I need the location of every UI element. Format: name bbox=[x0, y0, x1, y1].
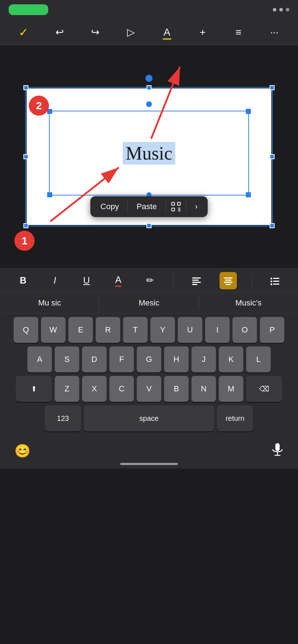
key-return[interactable]: return bbox=[217, 405, 253, 431]
badge-2: 2 bbox=[29, 96, 49, 116]
key-u[interactable]: U bbox=[178, 317, 202, 343]
svg-rect-4 bbox=[172, 202, 175, 205]
key-n[interactable]: N bbox=[191, 376, 216, 402]
keyboard-row-4: 123 space return bbox=[2, 405, 296, 431]
align-center-button[interactable] bbox=[220, 272, 237, 289]
list-button[interactable] bbox=[266, 272, 284, 289]
key-shift[interactable]: ⬆ bbox=[16, 376, 52, 402]
svg-rect-15 bbox=[225, 280, 231, 281]
handle-middle-left[interactable] bbox=[23, 154, 28, 159]
key-i[interactable]: I bbox=[205, 317, 230, 343]
handle-top-left[interactable] bbox=[23, 85, 28, 90]
scan-button[interactable] bbox=[167, 198, 185, 215]
bold-button[interactable]: B bbox=[14, 272, 32, 289]
text-format-button[interactable]: A bbox=[158, 23, 176, 42]
play-button[interactable]: ▷ bbox=[122, 23, 140, 42]
key-q[interactable]: Q bbox=[14, 317, 38, 343]
handle-bottom-right[interactable] bbox=[270, 223, 275, 228]
key-g[interactable]: G bbox=[137, 346, 161, 372]
text-underline-bar bbox=[163, 38, 171, 40]
key-r[interactable]: R bbox=[96, 317, 120, 343]
key-k[interactable]: K bbox=[219, 346, 243, 372]
key-d[interactable]: D bbox=[82, 346, 107, 372]
slide[interactable]: Music Double tap to add subtitle Copy Pa… bbox=[27, 88, 271, 225]
add-button[interactable]: + bbox=[193, 23, 212, 42]
more-context-button[interactable]: › bbox=[187, 198, 206, 215]
align-center-icon bbox=[223, 276, 233, 286]
handle-bottom-middle[interactable] bbox=[146, 223, 152, 228]
svg-point-20 bbox=[270, 280, 272, 282]
svg-rect-14 bbox=[224, 277, 232, 279]
mic-button[interactable] bbox=[271, 442, 284, 460]
svg-rect-23 bbox=[273, 284, 279, 285]
key-w[interactable]: W bbox=[41, 317, 66, 343]
text-handle-top-right[interactable] bbox=[246, 109, 251, 114]
text-color-icon: A bbox=[115, 274, 121, 287]
keyboard: Q W E R T Y U I O P A S D F G H J K L ⬆ … bbox=[0, 313, 298, 437]
text-box[interactable]: Music bbox=[49, 111, 249, 196]
key-h[interactable]: H bbox=[164, 346, 189, 372]
key-z[interactable]: Z bbox=[55, 376, 79, 402]
underline-icon: U bbox=[83, 275, 90, 286]
handle-top-right[interactable] bbox=[270, 85, 275, 90]
svg-rect-5 bbox=[177, 202, 180, 205]
key-b[interactable]: B bbox=[164, 376, 189, 402]
context-menu: Copy Paste › bbox=[90, 196, 208, 217]
key-space[interactable]: space bbox=[84, 405, 214, 431]
key-delete[interactable]: ⌫ bbox=[246, 376, 282, 402]
svg-point-18 bbox=[270, 277, 272, 279]
key-p[interactable]: P bbox=[260, 317, 284, 343]
key-num[interactable]: 123 bbox=[45, 405, 81, 431]
bold-icon: B bbox=[20, 275, 27, 286]
keyboard-row-2: A S D F G H J K L bbox=[2, 346, 296, 372]
svg-rect-21 bbox=[273, 281, 279, 282]
handle-bottom-left[interactable] bbox=[23, 223, 28, 228]
check-button[interactable]: ✓ bbox=[14, 23, 33, 42]
svg-rect-6 bbox=[172, 208, 175, 211]
text-handle-bottom-right[interactable] bbox=[246, 192, 251, 197]
key-c[interactable]: C bbox=[109, 376, 134, 402]
key-v[interactable]: V bbox=[137, 376, 161, 402]
key-x[interactable]: X bbox=[82, 376, 107, 402]
paste-button[interactable]: Paste bbox=[128, 198, 164, 215]
handle-top-middle[interactable] bbox=[146, 85, 152, 90]
emoji-button[interactable]: 😊 bbox=[14, 443, 31, 459]
text-handle-top-center[interactable] bbox=[146, 101, 152, 107]
align-left-button[interactable] bbox=[188, 272, 205, 289]
status-pill bbox=[9, 4, 48, 15]
svg-rect-24 bbox=[275, 443, 280, 451]
comment-button[interactable]: ≡ bbox=[229, 23, 248, 42]
key-y[interactable]: Y bbox=[150, 317, 175, 343]
more-button[interactable]: ··· bbox=[265, 23, 284, 42]
handle-middle-right[interactable] bbox=[270, 154, 275, 159]
key-t[interactable]: T bbox=[123, 317, 148, 343]
copy-button[interactable]: Copy bbox=[92, 198, 127, 215]
undo-button[interactable]: ↩ bbox=[50, 23, 69, 42]
align-left-icon bbox=[191, 276, 202, 286]
autocorrect-option-3[interactable]: Music's bbox=[199, 293, 298, 313]
key-o[interactable]: O bbox=[232, 317, 257, 343]
key-m[interactable]: M bbox=[219, 376, 243, 402]
text-color-button[interactable]: A bbox=[110, 272, 127, 289]
autocorrect-option-1[interactable]: Mu sic bbox=[0, 293, 99, 313]
underline-button[interactable]: U bbox=[78, 272, 95, 289]
key-j[interactable]: J bbox=[191, 346, 216, 372]
text-a-label: A bbox=[163, 27, 170, 38]
toolbar: ✓ ↩ ↪ ▷ A + ≡ ··· bbox=[0, 19, 298, 45]
key-e[interactable]: E bbox=[68, 317, 93, 343]
key-s[interactable]: S bbox=[55, 346, 79, 372]
list-icon bbox=[270, 276, 280, 286]
ctx-separator-1 bbox=[127, 200, 128, 213]
autocorrect-option-2[interactable]: Mesic bbox=[99, 293, 198, 313]
redo-button[interactable]: ↪ bbox=[86, 23, 105, 42]
slide-title-text[interactable]: Music bbox=[123, 142, 175, 165]
keyboard-row-1: Q W E R T Y U I O P bbox=[2, 317, 296, 343]
svg-rect-11 bbox=[192, 280, 199, 281]
highlight-button[interactable]: ✏ bbox=[141, 272, 159, 289]
key-l[interactable]: L bbox=[246, 346, 271, 372]
italic-button[interactable]: I bbox=[46, 272, 63, 289]
top-drag-handle[interactable] bbox=[145, 75, 153, 82]
text-handle-bottom-left[interactable] bbox=[47, 192, 52, 197]
key-a[interactable]: A bbox=[27, 346, 52, 372]
key-f[interactable]: F bbox=[109, 346, 134, 372]
